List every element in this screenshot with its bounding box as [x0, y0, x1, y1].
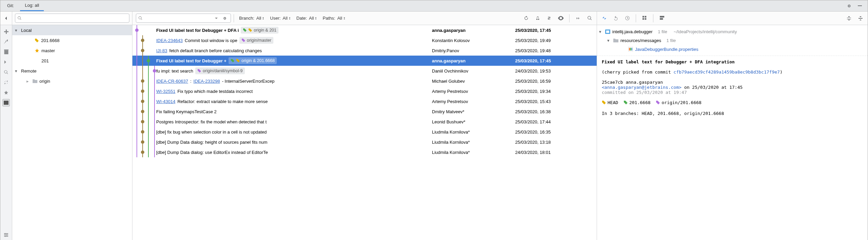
- tree-branch-201-6668[interactable]: 201.6668: [12, 35, 132, 45]
- svg-rect-4: [642, 18, 644, 20]
- svg-rect-6: [659, 16, 664, 18]
- svg-rect-15: [629, 48, 630, 51]
- tree-remote[interactable]: ▾ Remote: [12, 66, 132, 76]
- tab-log[interactable]: Log: all: [20, 1, 44, 11]
- log-row[interactable]: [dbe] Dump Data dialog: height of source…: [132, 137, 597, 147]
- commit-email-date: <anna.gasparyan@jetbrains.com> on 25/03/…: [602, 85, 863, 90]
- highlight-icon[interactable]: [2, 99, 10, 106]
- refresh-icon[interactable]: [522, 15, 530, 22]
- svg-rect-3: [645, 16, 646, 18]
- changes-icon[interactable]: [600, 15, 608, 22]
- chevron-right-icon: ▸: [26, 79, 31, 84]
- log-row[interactable]: [dbe] Dump Data dialog: use EditorEx ins…: [132, 147, 597, 157]
- svg-point-10: [6, 234, 7, 235]
- log-row[interactable]: IJI-83 fetch default branch before calcu…: [132, 45, 597, 56]
- filter-paths[interactable]: Paths: All: [320, 16, 346, 21]
- in-branches: In 3 branches: HEAD, 201.6668, origin/20…: [602, 111, 863, 116]
- eye-icon[interactable]: [557, 15, 564, 22]
- checkout-icon[interactable]: [2, 38, 10, 45]
- tree-branch-201[interactable]: 201: [12, 56, 132, 66]
- file-tree-dir[interactable]: ▾ resources/messages 1 file: [599, 36, 864, 45]
- folder-icon: [613, 38, 618, 42]
- svg-rect-2: [642, 16, 644, 18]
- file-tree-root[interactable]: ▾ intellij.java.debugger 1 file ~/IdeaPr…: [599, 27, 864, 36]
- chevron-down-icon: ▾: [15, 68, 19, 74]
- search-icon: [138, 16, 143, 20]
- sync-icon[interactable]: [2, 79, 10, 86]
- tree-local[interactable]: ▾ Local: [12, 25, 132, 35]
- properties-file-icon: [628, 47, 633, 52]
- cherry-pick-line: (cherry picked from commit cfb79aecd39cf…: [602, 69, 863, 75]
- tab-git[interactable]: Git:: [2, 1, 19, 11]
- folder-icon: [33, 79, 37, 83]
- layout-icon[interactable]: [658, 15, 666, 22]
- filter-branch[interactable]: Branch: All: [237, 16, 266, 21]
- svg-point-11: [5, 236, 6, 237]
- intellisort-icon[interactable]: [545, 15, 553, 22]
- svg-point-9: [4, 233, 5, 234]
- commit-branches: HEAD 201.6668 origin/201.6668: [602, 100, 863, 106]
- minimize-icon[interactable]: [856, 2, 864, 9]
- svg-rect-5: [645, 18, 646, 20]
- settings-lines-icon[interactable]: [2, 231, 10, 239]
- svg-rect-0: [858, 5, 862, 6]
- expand-icon[interactable]: [845, 15, 853, 22]
- tree-remote-origin[interactable]: ▸ origin: [12, 76, 132, 86]
- chevron-down-icon: ▾: [15, 28, 19, 33]
- cherry-pick-icon[interactable]: [534, 15, 541, 22]
- revert-icon[interactable]: [612, 15, 619, 22]
- log-row[interactable]: [dbe] fix bug when selection color in a …: [132, 127, 597, 137]
- svg-rect-7: [659, 18, 663, 20]
- add-icon[interactable]: [2, 28, 10, 35]
- svg-rect-17: [632, 48, 632, 51]
- log-row[interactable]: fu impl: text search origin/daniil/symbo…: [132, 66, 597, 76]
- branch-chip[interactable]: origin/daniil/symbol-9: [195, 67, 245, 74]
- history-icon[interactable]: [623, 15, 631, 22]
- branch-chip[interactable]: origin & 201.6668: [229, 57, 277, 64]
- branch-chip[interactable]: origin/master: [239, 37, 273, 44]
- tree-branch-master[interactable]: master: [12, 45, 132, 56]
- back-icon[interactable]: [2, 15, 10, 22]
- branch-chip[interactable]: origin & 201: [241, 27, 278, 34]
- module-icon: [605, 29, 610, 34]
- find-icon[interactable]: [586, 15, 593, 22]
- collapse-icon[interactable]: [857, 15, 864, 22]
- diff-icon[interactable]: [2, 58, 10, 66]
- search-icon: [17, 16, 22, 20]
- gear-icon[interactable]: [845, 2, 853, 9]
- log-row[interactable]: WI-43014 Refactor: extract variable to m…: [132, 96, 597, 106]
- more-icon[interactable]: [574, 15, 582, 22]
- file-tree-file[interactable]: JavaDebuggerBundle.properties: [599, 45, 864, 54]
- log-row[interactable]: Fixed UI label text for Debugger + origi…: [132, 56, 597, 66]
- star-outline-icon[interactable]: [2, 89, 10, 96]
- branch-search-input[interactable]: [24, 15, 127, 21]
- log-row[interactable]: Fixed UI label text for Debugger + DFA i…: [132, 25, 597, 35]
- log-row[interactable]: IDEA-234643 Commit tool window is ope or…: [132, 35, 597, 45]
- log-search-input[interactable]: [145, 15, 213, 21]
- filter-settings-icon[interactable]: [221, 15, 229, 22]
- svg-rect-16: [630, 48, 631, 51]
- log-row[interactable]: WI-32551 Fix typo which made testdata in…: [132, 86, 597, 96]
- log-row[interactable]: Fix failing KeymapsTestCase 2Dmitry Matv…: [132, 106, 597, 117]
- search-gutter-icon[interactable]: [2, 68, 10, 76]
- commit-hash-author: 25cae7cb anna.gasparyan: [602, 80, 863, 85]
- log-row[interactable]: Postgres Introspector: fix the model whe…: [132, 117, 597, 127]
- chevron-down-icon: ▾: [599, 29, 603, 34]
- filter-user[interactable]: User: All: [268, 16, 292, 21]
- chevron-down-icon[interactable]: [215, 17, 218, 20]
- commit-title: Fixed UI label text for Debugger + DFA i…: [602, 59, 863, 64]
- group-icon[interactable]: [641, 15, 648, 22]
- svg-rect-8: [4, 101, 8, 105]
- tag-icon: [35, 38, 39, 43]
- delete-icon[interactable]: [2, 48, 10, 56]
- star-icon: [35, 48, 39, 53]
- committed-line: committed on 25/03/2020 at 19:47: [602, 90, 863, 95]
- log-row[interactable]: IDEA-CR-60637: IDEA-233298 - InternalSer…: [132, 76, 597, 86]
- filter-date[interactable]: Date: All: [294, 16, 319, 21]
- chevron-down-icon: ▾: [607, 38, 611, 43]
- svg-rect-13: [606, 31, 609, 33]
